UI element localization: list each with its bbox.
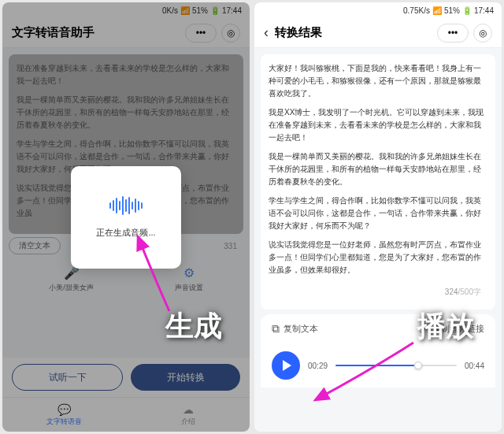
signal-icon: 📶 — [432, 6, 442, 15]
paragraph: 我是一棵简单而又美丽的樱花。我和我的许多兄弟姐妹生长在干休所的花园里，和所有的植… — [269, 150, 487, 188]
copy-text-button[interactable]: ⧉ 复制文本 — [272, 322, 318, 336]
net-speed: 0.75K/s — [403, 6, 430, 15]
copy-link-label: 复制音频链接 — [432, 323, 484, 335]
back-button[interactable]: ‹ — [264, 24, 269, 41]
char-count: 324/500字 — [269, 283, 487, 302]
header: ‹ 转换结果 ••• ◎ — [254, 18, 502, 48]
clock: 17:44 — [474, 6, 494, 15]
menu-button[interactable]: ••• — [437, 24, 469, 43]
action-row: ⧉ 复制文本 ↗ 复制音频链接 — [261, 314, 495, 343]
audio-player: 00:29 00:44 — [261, 343, 495, 388]
paragraph: 说实话我觉得您是一位好老师，虽然您有时严厉点，布置作业多一点！但同学们心里都知道… — [269, 239, 487, 276]
status-bar: 0.75K/s 📶 51% 🔋 17:44 — [254, 2, 502, 18]
modal-text: 正在生成音频... — [96, 227, 155, 239]
time-total: 00:44 — [465, 362, 484, 370]
result-text: 大家好！我叫猕猴桃，下面是我的，快来看看吧！我身上有一种可爱的小毛毛，和猕猴很像… — [261, 54, 495, 310]
progress-thumb[interactable] — [414, 362, 422, 369]
player-panel: ⧉ 复制文本 ↗ 复制音频链接 00:29 00:44 — [261, 314, 495, 388]
phone-left: 0K/s 📶 51% 🔋 17:44 文字转语音助手 ••• ◎ 现在准备穿越到… — [2, 2, 250, 432]
battery-text: 51% — [444, 6, 460, 15]
paragraph: 大家好！我叫猕猴桃，下面是我的，快来看看吧！我身上有一种可爱的小毛毛，和猕猴很像… — [269, 62, 487, 100]
generating-modal: 正在生成音频... — [71, 166, 181, 269]
battery-icon: 🔋 — [462, 6, 472, 15]
phone-right: 0.75K/s 📶 51% 🔋 17:44 ‹ 转换结果 ••• ◎ 大家好！我… — [254, 2, 502, 432]
copy-text-label: 复制文本 — [284, 323, 318, 335]
paragraph: 我是XX博士，我发明了一个时光机。它可以穿越到未来，我现在准备穿越到未来，去看看… — [269, 106, 487, 144]
page-title: 转换结果 — [275, 25, 437, 40]
modal-overlay: 正在生成音频... — [2, 2, 250, 432]
play-icon — [283, 360, 291, 371]
paragraph: 学生与学生之间，得合作啊，比如你数学不懂可以问我，我英语不会可以问你，这都是合作… — [269, 195, 487, 232]
waveform-icon — [109, 195, 143, 216]
share-icon: ↗ — [419, 323, 428, 336]
target-button[interactable]: ◎ — [473, 24, 492, 43]
play-button[interactable] — [272, 351, 300, 380]
progress-fill — [335, 365, 414, 366]
copy-link-button[interactable]: ↗ 复制音频链接 — [419, 322, 484, 336]
time-current: 00:29 — [308, 362, 328, 370]
progress-bar[interactable] — [335, 365, 457, 366]
copy-icon: ⧉ — [272, 322, 280, 336]
content-area: 大家好！我叫猕猴桃，下面是我的，快来看看吧！我身上有一种可爱的小毛毛，和猕猴很像… — [254, 48, 502, 432]
